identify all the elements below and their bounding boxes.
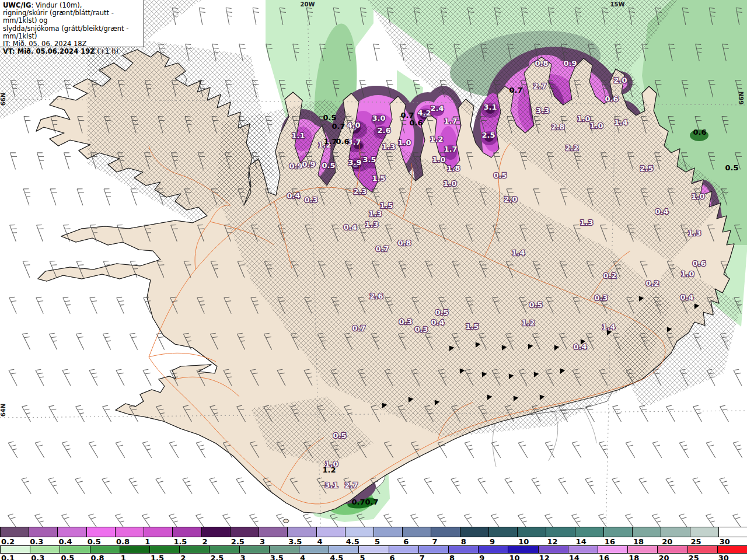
title-line-3: slydda/snjókoma (grátt/bleikt/grænt - mm… (3, 25, 141, 40)
scale-tick-label: 20 (658, 554, 669, 560)
scale-color-cell (603, 527, 632, 537)
scale-tick-label: 0.3 (30, 537, 43, 546)
precip-value: 1.5 (379, 201, 393, 210)
scale-color-cell (60, 546, 89, 553)
scale-color-cell (575, 527, 603, 537)
scale-tick-label: 25 (689, 554, 699, 560)
scale-color-cell (627, 546, 657, 553)
precip-value: 3.7 (347, 138, 361, 146)
scale-tick-label: 3.5 (270, 554, 284, 560)
scale-color-cell (488, 527, 517, 537)
precip-value: 3.0 (372, 114, 385, 123)
scale-tick-label: 1 (121, 554, 126, 560)
scale-color-cell (29, 527, 57, 537)
scale-color-cell (717, 546, 747, 553)
precip-value: 0.6 (605, 94, 618, 103)
forecast-map: 1.11.20.90.90.50.40.34.03.02.63.73.53.91… (0, 0, 747, 560)
precip-value: 0.5 (323, 113, 336, 122)
precip-value: 0.9 (289, 162, 302, 170)
scale-color-cell (632, 527, 661, 537)
sleet-snow-scale-bar (0, 527, 747, 537)
scale-tick-label: 12 (547, 537, 557, 546)
scale-tick-label: 0.3 (31, 554, 44, 560)
scale-tick-label: 6 (390, 554, 395, 560)
precip-value: 0.8 (535, 59, 548, 68)
precip-value: 0.5 (435, 308, 448, 317)
scale-tick-label: 9 (479, 554, 484, 560)
precip-value: 1.2 (322, 466, 336, 474)
precip-value: 1.3 (382, 142, 395, 151)
precip-value: 0.3 (594, 293, 608, 302)
scale-color-cell (0, 546, 30, 553)
scale-tick-label: 4.5 (346, 537, 359, 546)
precip-value: 2.0 (504, 195, 517, 204)
scale-color-cell (448, 546, 478, 553)
title-line-2: rigning/skúrir (grænt/blátt/rautt - mm/1… (3, 9, 141, 24)
scale-tick-label: 18 (629, 554, 639, 560)
scale-tick-label: 4 (300, 554, 305, 560)
scale-color-cell (149, 546, 179, 553)
rain-scale-bar (0, 545, 747, 554)
scale-color-cell (269, 546, 299, 553)
scale-color-cell (259, 527, 287, 537)
precip-value: 1.4 (511, 249, 525, 257)
scale-color-cell (179, 546, 209, 553)
scale-color-cell (418, 546, 448, 553)
scale-tick-label: 2 (180, 554, 186, 560)
latitude-label: 66N (738, 92, 745, 104)
precip-value: 0.2 (603, 271, 616, 280)
scale-tick-label: 16 (599, 554, 609, 560)
scale-color-cell (657, 546, 687, 553)
precip-value: 0.7 (509, 86, 522, 94)
precip-value: 2.6 (377, 126, 390, 135)
rain-scale-labels: 0.10.30.50.811.522.533.544.5567891012141… (0, 554, 747, 560)
scale-color-cell (374, 527, 402, 537)
precip-value: 1.0 (432, 155, 445, 164)
precip-value: 0.3 (414, 325, 428, 334)
scale-tick-label: 18 (633, 537, 644, 546)
scale-tick-label: 2.5 (231, 537, 245, 546)
scale-color-cell (690, 527, 718, 537)
precip-value: 1.0 (589, 121, 603, 130)
scale-color-cell (358, 546, 388, 553)
scale-tick-label: 0.2 (1, 537, 15, 546)
precip-value: 0.5 (725, 163, 738, 172)
scale-color-cell (30, 546, 60, 553)
precip-value: 0.5 (493, 171, 507, 180)
precip-value: 2.3 (353, 187, 366, 196)
precip-value: 0.7 (375, 244, 389, 253)
island-vestmannaeyjar (283, 519, 289, 523)
scale-tick-label: 14 (569, 554, 580, 560)
scale-tick-label: 3 (240, 554, 246, 560)
precip-value: 2.7 (533, 82, 546, 90)
precip-value: 0.4 (655, 207, 668, 216)
precip-value: 0.6 (692, 259, 706, 268)
precip-value: 1.2 (430, 135, 443, 144)
precip-value: 0.7 (331, 122, 345, 131)
precip-value: 2.0 (613, 76, 627, 85)
scale-color-cell (201, 527, 230, 537)
scale-tick-label: 0.5 (61, 554, 74, 560)
scale-color-cell (389, 546, 418, 553)
precip-value: 1.5 (465, 322, 479, 331)
scale-tick-label: 3.5 (288, 537, 302, 546)
scale-color-cell (239, 546, 269, 553)
latitude-label: 66N (0, 93, 6, 106)
scale-tick-label: 0.4 (58, 537, 72, 546)
weather-map-app: 1.11.20.90.90.50.40.34.03.02.63.73.53.91… (0, 0, 747, 560)
precip-value: 3.1 (483, 103, 497, 111)
scale-tick-label: 4.5 (330, 554, 343, 560)
precip-value: 1.0 (397, 138, 411, 147)
scale-tick-label: 30 (720, 537, 730, 546)
scale-color-cell (478, 546, 508, 553)
scale-color-cell (90, 546, 120, 553)
scale-color-cell (86, 527, 115, 537)
color-scales: 0.20.30.40.50.811.522.533.544.5567891012… (0, 527, 747, 560)
precip-value: 0.4 (680, 293, 693, 302)
precip-value: 3.1 (324, 481, 338, 489)
precip-value: 1.5 (372, 174, 385, 183)
longitude-label: 20W (301, 1, 315, 8)
latitude-label: 64N (0, 404, 6, 416)
scale-color-cell (57, 527, 86, 537)
precip-value: 1.0 (691, 192, 704, 201)
